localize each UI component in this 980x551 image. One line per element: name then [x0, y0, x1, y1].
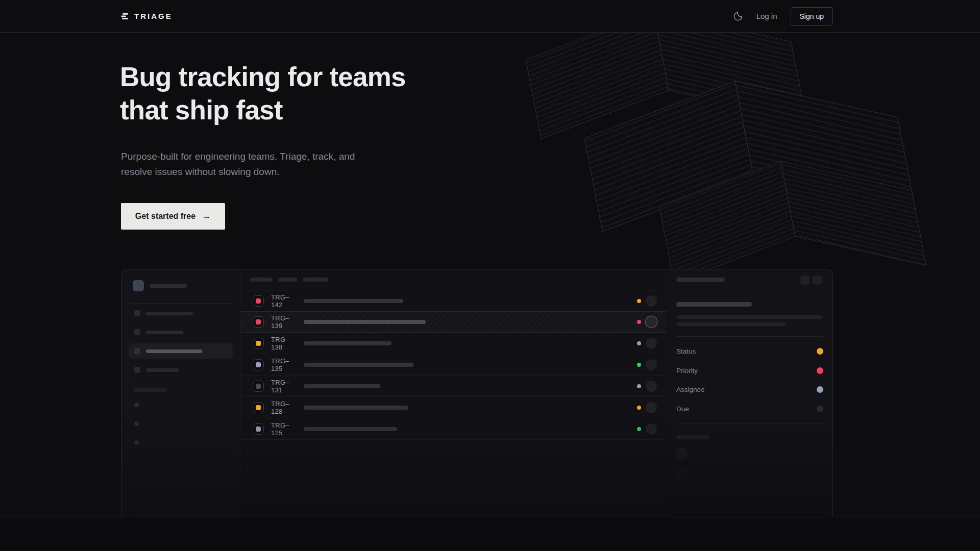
issue-type-icon — [253, 295, 264, 307]
status-dot — [637, 299, 641, 303]
assignee-avatar — [646, 402, 657, 413]
sidebar-item-dot — [134, 421, 139, 426]
sidebar-nav-icon — [134, 367, 140, 373]
sidebar-nav-label-skeleton — [146, 331, 183, 334]
workspace-name-skeleton — [150, 284, 187, 288]
issue-id: TRG–142 — [271, 293, 297, 309]
detail-field-row[interactable]: Status — [676, 342, 823, 361]
detail-panel-header — [666, 269, 832, 290]
footer — [0, 517, 980, 551]
assignee-avatar — [646, 295, 657, 307]
assignee-avatar — [646, 316, 657, 328]
issue-title-skeleton — [304, 341, 391, 345]
app-mockup: TRG–142 TRG–139 TRG–138 TRG–1 — [121, 269, 833, 517]
brand[interactable]: TRIAGE — [121, 0, 173, 32]
hero-subtitle-line2: resolve issues without slowing down. — [121, 166, 280, 177]
detail-field-value-dot — [817, 367, 823, 374]
theme-toggle-button[interactable] — [733, 11, 743, 21]
assignee-avatar — [646, 381, 657, 392]
issue-title-skeleton — [304, 384, 380, 388]
get-started-button[interactable]: Get started free → — [121, 203, 225, 230]
sidebar-nav-icon — [134, 310, 140, 316]
wireframe-slab — [659, 161, 926, 283]
issue-title-skeleton — [304, 320, 426, 324]
hero-subtitle-line1: Purpose-built for engineering teams. Tri… — [121, 151, 355, 162]
detail-fields: Status Priority Assignee Due — [676, 342, 823, 418]
brand-name: TRIAGE — [134, 12, 173, 20]
sidebar-nav — [129, 306, 233, 381]
issue-type-icon-fill — [256, 298, 261, 304]
detail-field-row[interactable]: Priority — [676, 361, 823, 381]
issue-row-meta — [637, 402, 657, 413]
detail-field-label: Assignee — [676, 386, 705, 393]
wireframe-slab — [526, 33, 806, 139]
list-filter-pill-skeleton[interactable] — [303, 278, 329, 282]
detail-action-button[interactable] — [813, 276, 822, 285]
activity-avatar — [676, 468, 688, 480]
detail-divider — [676, 423, 823, 423]
hero-section: Bug tracking for teamsthat ship fast Pur… — [0, 33, 980, 517]
issue-list: TRG–142 TRG–139 TRG–138 TRG–1 — [240, 290, 666, 440]
issue-type-icon — [253, 381, 264, 392]
issue-type-icon — [253, 359, 264, 370]
issue-list-panel: TRG–142 TRG–139 TRG–138 TRG–1 — [240, 269, 667, 517]
issue-row[interactable]: TRG–138 — [240, 333, 666, 354]
login-link[interactable]: Log in — [756, 12, 777, 20]
mockup-sidebar — [121, 269, 240, 517]
sidebar-nav-icon — [134, 348, 140, 354]
issue-row[interactable]: TRG–125 — [240, 418, 666, 440]
issue-row-meta — [637, 381, 657, 392]
detail-panel: Status Priority Assignee Due — [666, 269, 832, 517]
signup-button[interactable]: Sign up — [791, 7, 833, 26]
issue-id: TRG–125 — [271, 421, 297, 437]
sidebar-nav-icon — [134, 329, 140, 335]
sidebar-item-dot — [134, 403, 139, 407]
sidebar-nav-item[interactable] — [129, 362, 233, 378]
issue-title-skeleton — [304, 363, 413, 367]
list-filter-pill-skeleton[interactable] — [250, 278, 273, 282]
sidebar-nav-item[interactable] — [129, 343, 233, 359]
sidebar-section-label-skeleton — [134, 388, 167, 392]
issue-id: TRG–128 — [271, 400, 297, 415]
status-dot — [637, 406, 641, 410]
issue-list-header — [240, 269, 666, 290]
detail-field-row[interactable]: Due — [676, 399, 823, 419]
issue-type-icon-fill — [256, 384, 261, 389]
assignee-avatar — [646, 359, 657, 370]
sidebar-divider — [129, 383, 233, 383]
moon-icon — [733, 11, 743, 21]
issue-title-skeleton — [304, 299, 403, 303]
sidebar-nav-item[interactable] — [129, 306, 233, 321]
issue-row-meta — [637, 316, 657, 328]
issue-type-icon-fill — [256, 341, 261, 346]
detail-field-value-dot — [817, 348, 823, 355]
header-nav: Log in Sign up — [733, 0, 833, 32]
detail-field-label: Status — [676, 347, 696, 355]
issue-description-skeleton — [676, 315, 822, 319]
issue-row[interactable]: TRG–131 — [240, 375, 666, 397]
issue-type-icon — [253, 338, 264, 349]
status-dot — [637, 363, 641, 367]
issue-title-skeleton — [304, 427, 397, 431]
workspace-avatar[interactable] — [133, 280, 144, 291]
arrow-right-icon: → — [202, 211, 211, 221]
issue-row[interactable]: TRG–128 — [240, 397, 666, 418]
detail-divider — [676, 336, 823, 337]
sidebar-item-dot — [134, 440, 139, 445]
wireframe-slab — [584, 81, 916, 232]
issue-row[interactable]: TRG–142 — [240, 290, 666, 312]
issue-type-icon-fill — [256, 319, 261, 324]
sidebar-nav-label-skeleton — [146, 349, 202, 353]
issue-row[interactable]: TRG–139 — [240, 311, 666, 333]
detail-field-value-dot — [817, 386, 823, 393]
list-filter-pill-skeleton[interactable] — [278, 278, 297, 282]
issue-type-icon-fill — [256, 427, 261, 432]
issue-row[interactable]: TRG–135 — [240, 354, 666, 375]
sidebar-nav-item[interactable] — [129, 324, 233, 340]
issue-row-meta — [637, 338, 657, 349]
detail-field-row[interactable]: Assignee — [676, 380, 823, 399]
issue-id: TRG–135 — [271, 357, 297, 372]
logo-icon — [121, 12, 129, 20]
get-started-label: Get started free — [135, 212, 195, 221]
detail-action-button[interactable] — [800, 276, 810, 285]
